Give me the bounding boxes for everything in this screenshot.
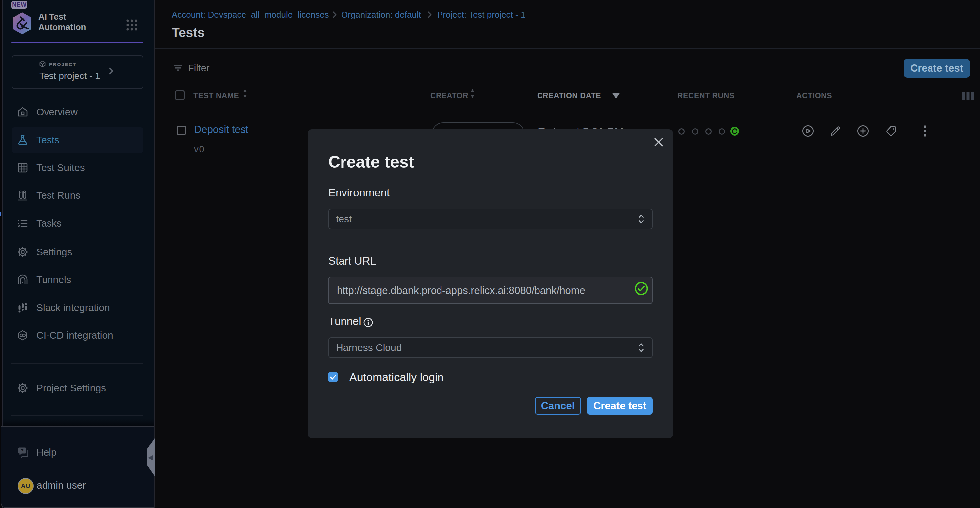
svg-text:?: ? bbox=[21, 448, 24, 454]
